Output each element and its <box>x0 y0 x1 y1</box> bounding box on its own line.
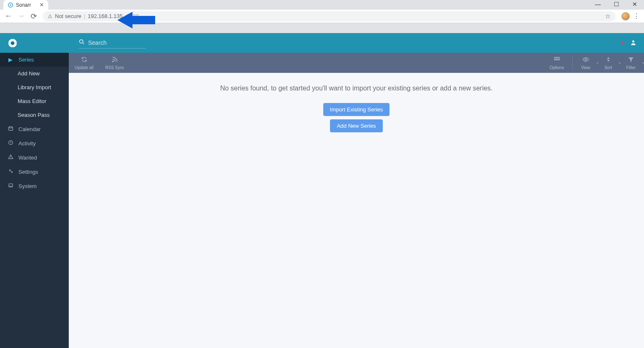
sidebar-label: Wanted <box>18 155 37 161</box>
profile-avatar[interactable] <box>621 12 630 21</box>
tab-strip: Sonarr ✕ — ☐ ✕ <box>0 0 644 10</box>
rss-icon <box>112 56 118 64</box>
sidebar-sub-mass-editor[interactable]: Mass Editor <box>0 94 69 108</box>
toolbar-label: Sort <box>604 65 612 70</box>
sidebar-sub-library-import[interactable]: Library Import <box>0 80 69 94</box>
sidebar: ▶ Series Add New Library Import Mass Edi… <box>0 53 69 348</box>
donate-heart-icon[interactable]: ♥ <box>621 40 624 46</box>
content-area: Update all RSS Sync Options <box>69 53 644 348</box>
bookmark-star-icon[interactable]: ☆ <box>605 13 610 20</box>
browser-menu-icon[interactable]: ⋮ <box>632 12 641 20</box>
toolbar-label: View <box>581 65 590 70</box>
svg-point-4 <box>80 40 83 43</box>
window-controls: — ☐ ✕ <box>592 1 641 8</box>
reload-button[interactable]: ⟳ <box>29 12 39 21</box>
svg-point-13 <box>10 158 10 158</box>
svg-rect-21 <box>558 57 559 58</box>
header-right: ♥ <box>621 39 636 47</box>
sonarr-app: ♥ ▶ Series Add New Library Import Mass E… <box>0 33 644 348</box>
calendar-icon <box>8 126 13 132</box>
refresh-icon <box>81 56 88 64</box>
toolbar-view[interactable]: View <box>575 56 596 70</box>
toolbar-label: Filter <box>626 65 636 70</box>
svg-point-18 <box>112 61 113 62</box>
empty-state-actions: Import Existing Series Add New Series <box>69 103 644 132</box>
toolbar-right: Options View ▾ <box>543 56 644 70</box>
browser-toolbar: ← → ⟳ ⚠ Not secure | 192.168.1.135:8989 … <box>0 10 644 23</box>
toolbar-label: RSS Sync <box>105 65 125 70</box>
browser-tab[interactable]: Sonarr ✕ <box>3 0 48 10</box>
svg-rect-22 <box>554 59 556 60</box>
forward-button[interactable]: → <box>16 12 26 21</box>
search-input[interactable] <box>88 39 146 46</box>
annotation-arrow-icon <box>117 10 155 30</box>
sidebar-label: Series <box>18 57 34 63</box>
svg-rect-24 <box>558 59 559 60</box>
sidebar-sub-season-pass[interactable]: Season Pass <box>0 108 69 122</box>
toolbar-filter[interactable]: Filter <box>621 56 641 70</box>
sidebar-item-system[interactable]: System <box>0 179 69 193</box>
sonarr-logo-icon[interactable] <box>8 38 18 48</box>
not-secure-label: Not secure <box>55 13 81 19</box>
sidebar-label: Calendar <box>18 126 41 132</box>
svg-rect-20 <box>556 57 557 58</box>
user-icon[interactable] <box>630 39 636 47</box>
play-icon: ▶ <box>8 57 13 63</box>
sonarr-favicon-icon <box>8 2 13 8</box>
laptop-icon <box>8 183 13 189</box>
sidebar-sub-add-new[interactable]: Add New <box>0 67 69 80</box>
svg-rect-7 <box>8 127 13 131</box>
sidebar-item-wanted[interactable]: Wanted <box>0 150 69 165</box>
page-toolbar: Update all RSS Sync Options <box>69 53 644 73</box>
svg-point-25 <box>585 59 587 60</box>
browser-chrome: Sonarr ✕ — ☐ ✕ ← → ⟳ ⚠ Not secure | 192.… <box>0 0 644 23</box>
grid-icon <box>553 56 560 64</box>
add-new-series-button[interactable]: Add New Series <box>330 119 382 132</box>
svg-point-15 <box>11 171 12 173</box>
tab-close-icon[interactable]: ✕ <box>39 2 44 8</box>
toolbar-divider <box>572 57 573 69</box>
svg-marker-1 <box>117 12 155 28</box>
svg-point-3 <box>11 41 14 44</box>
search-icon <box>79 39 85 46</box>
sidebar-item-activity[interactable]: Activity <box>0 136 69 150</box>
toolbar-options[interactable]: Options <box>543 56 569 70</box>
svg-point-6 <box>632 40 634 42</box>
not-secure-icon: ⚠ <box>48 13 52 19</box>
sidebar-item-calendar[interactable]: Calendar <box>0 122 69 136</box>
sort-icon <box>605 56 611 64</box>
back-button[interactable]: ← <box>3 12 13 21</box>
window-maximize-button[interactable]: ☐ <box>610 1 622 8</box>
sidebar-item-settings[interactable]: Settings <box>0 165 69 179</box>
warning-icon <box>8 154 13 161</box>
toolbar-label: Update all <box>75 65 93 70</box>
tab-title: Sonarr <box>16 2 31 8</box>
svg-rect-16 <box>9 184 13 186</box>
filter-icon <box>628 56 634 64</box>
import-existing-button[interactable]: Import Existing Series <box>323 103 390 116</box>
toolbar-label: Options <box>549 65 564 70</box>
toolbar-update-all[interactable]: Update all <box>69 56 99 70</box>
empty-state-message: No series found, to get started you'll w… <box>69 85 644 92</box>
search-wrap <box>79 37 146 49</box>
sidebar-label: System <box>18 183 36 189</box>
sidebar-label: Activity <box>18 140 36 147</box>
svg-line-5 <box>83 43 84 44</box>
sidebar-item-series[interactable]: ▶ Series <box>0 53 69 67</box>
clock-icon <box>8 140 13 147</box>
caret-down-icon: ▾ <box>642 61 644 65</box>
toolbar-sort[interactable]: Sort <box>598 56 618 70</box>
cogs-icon <box>8 168 13 175</box>
svg-point-14 <box>9 170 10 171</box>
eye-icon <box>582 56 589 64</box>
svg-rect-23 <box>556 59 557 60</box>
toolbar-rss-sync[interactable]: RSS Sync <box>99 56 130 70</box>
url-separator: | <box>84 13 85 19</box>
svg-rect-19 <box>554 57 556 58</box>
sidebar-label: Settings <box>18 169 38 175</box>
window-minimize-button[interactable]: — <box>592 1 604 8</box>
window-close-button[interactable]: ✕ <box>629 1 641 8</box>
app-header: ♥ <box>0 33 644 53</box>
